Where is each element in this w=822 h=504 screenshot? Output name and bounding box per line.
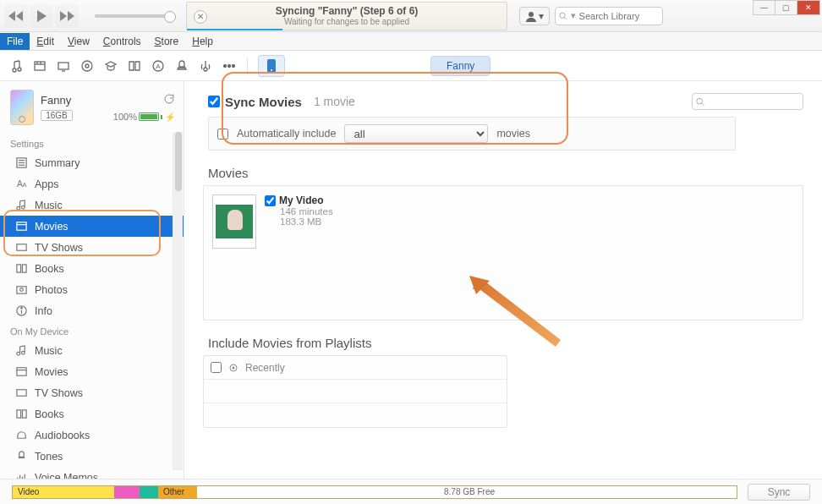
svg-rect-40: [17, 390, 26, 397]
storage-seg-other: Other: [158, 486, 197, 498]
sidebar-item-movies[interactable]: Movies: [0, 216, 184, 237]
sidebar-item-od-books[interactable]: Books: [0, 403, 184, 425]
auto-include-select[interactable]: all: [344, 124, 488, 143]
svg-point-19: [271, 69, 272, 71]
device-thumbnail-icon: [10, 90, 34, 125]
menu-edit[interactable]: Edit: [30, 33, 61, 50]
apps-icon[interactable]: A: [147, 55, 169, 77]
sync-button[interactable]: Sync: [748, 484, 810, 501]
device-button[interactable]: [258, 55, 285, 77]
svg-point-27: [22, 205, 25, 209]
volume-slider[interactable]: [95, 14, 171, 18]
svg-point-36: [17, 352, 20, 355]
window-maximize-button[interactable]: ▢: [775, 1, 797, 14]
music-icon[interactable]: [5, 55, 27, 77]
menu-help[interactable]: Help: [185, 33, 220, 50]
sync-status-subtitle: Waiting for changes to be applied: [284, 17, 409, 26]
battery-percent: 100%: [113, 112, 137, 122]
sidebar-item-od-tvshows[interactable]: TV Shows: [0, 382, 184, 403]
movies-search[interactable]: [692, 93, 803, 110]
movies-search-input[interactable]: [704, 96, 799, 107]
movie-duration: 146 minutes: [280, 206, 333, 216]
movie-title: My Video: [279, 194, 323, 206]
storage-meter: Video Other 8.78 GB Free: [12, 485, 737, 499]
itunesu-icon[interactable]: [100, 55, 122, 77]
svg-rect-38: [17, 368, 26, 375]
svg-point-16: [228, 64, 231, 67]
playlist-checkbox[interactable]: [211, 362, 222, 373]
movie-item-checkbox[interactable]: [265, 195, 276, 206]
menu-store[interactable]: Store: [148, 33, 186, 50]
sidebar-item-info[interactable]: Info: [0, 300, 184, 321]
sidebar-item-apps[interactable]: AAApps: [0, 173, 184, 194]
sidebar-item-od-music[interactable]: Music: [0, 340, 184, 361]
movies-heading: Movies: [208, 166, 803, 180]
sidebar-item-od-tones[interactable]: Tones: [0, 446, 184, 467]
tones-icon[interactable]: [171, 55, 193, 77]
svg-point-14: [204, 68, 207, 71]
sidebar-item-photos[interactable]: Photos: [0, 279, 184, 300]
sidebar-item-music[interactable]: Music: [0, 194, 184, 216]
menu-file[interactable]: File: [0, 33, 30, 50]
sharing-icon[interactable]: [195, 55, 216, 77]
search-icon: [696, 97, 704, 107]
window-close-button[interactable]: ✕: [797, 1, 819, 14]
sidebar-onmydevice-list: Music Movies TV Shows Books Audiobooks T…: [0, 340, 184, 479]
menu-controls[interactable]: Controls: [96, 33, 148, 50]
sidebar-item-books[interactable]: Books: [0, 258, 184, 279]
search-library[interactable]: ▾: [555, 7, 663, 25]
sync-progress-bar: [187, 29, 282, 30]
movie-item[interactable]: My Video 146 minutes 183.3 MB: [212, 194, 466, 249]
svg-point-35: [21, 307, 23, 309]
window-minimize-button[interactable]: —: [754, 1, 775, 14]
storage-bar: Video Other 8.78 GB Free Sync: [0, 479, 822, 504]
svg-point-26: [17, 206, 20, 210]
sidebar-item-tvshows[interactable]: TV Shows: [0, 237, 184, 258]
sidebar-scrollbar-thumb[interactable]: [175, 132, 182, 191]
sidebar-item-summary[interactable]: Summary: [0, 152, 184, 173]
gear-icon: [228, 363, 238, 373]
podcasts-icon[interactable]: [76, 55, 98, 77]
refresh-button[interactable]: [163, 93, 175, 107]
cancel-sync-button[interactable]: ✕: [194, 10, 207, 24]
svg-point-0: [529, 12, 534, 17]
sidebar-item-od-audiobooks[interactable]: Audiobooks: [0, 425, 184, 446]
storage-seg-video: Video: [13, 486, 114, 498]
sidebar-item-od-movies[interactable]: Movies: [0, 361, 184, 382]
playlist-row-empty: [204, 380, 507, 403]
tvshows-icon[interactable]: [52, 55, 74, 77]
next-button[interactable]: [55, 4, 79, 28]
main-content: Sync Movies 1 movie Automatically includ…: [184, 81, 822, 479]
menu-bar: File Edit View Controls Store Help: [0, 32, 822, 51]
sync-movies-title: Sync Movies: [225, 95, 302, 109]
search-library-input[interactable]: [579, 11, 659, 21]
media-type-strip: A Fanny: [0, 51, 822, 81]
charging-icon: ⚡: [165, 112, 175, 122]
sync-movies-checkbox[interactable]: [208, 96, 220, 107]
auto-include-checkbox[interactable]: [217, 129, 228, 140]
movies-list: My Video 146 minutes 183.3 MB: [203, 185, 803, 320]
window-controls: — ▢ ✕: [753, 0, 820, 15]
playlists-heading: Include Movies from Playlists: [208, 336, 803, 350]
previous-button[interactable]: [4, 4, 28, 28]
books-icon[interactable]: [123, 55, 145, 77]
play-button[interactable]: [30, 4, 53, 28]
playlists-list: Recently: [203, 355, 507, 428]
account-button[interactable]: ▾: [519, 7, 550, 25]
svg-rect-31: [17, 287, 26, 293]
more-icon[interactable]: [218, 55, 240, 77]
svg-rect-28: [17, 222, 26, 230]
svg-text:A: A: [156, 63, 161, 70]
svg-text:A: A: [22, 181, 26, 189]
sidebar-item-od-voicememos[interactable]: Voice Memos: [0, 467, 184, 479]
auto-include-row: Automatically include all movies: [208, 117, 736, 151]
playlist-row[interactable]: Recently: [204, 356, 507, 380]
device-header: Fanny 16GB 100% ⚡: [0, 81, 184, 134]
movies-icon[interactable]: [29, 55, 51, 77]
sidebar: Fanny 16GB 100% ⚡ Settings Summary AAApp…: [0, 81, 184, 479]
device-name: Fanny: [41, 94, 107, 107]
device-name-tab[interactable]: Fanny: [430, 56, 490, 76]
svg-rect-7: [58, 63, 68, 69]
svg-point-45: [697, 98, 703, 104]
menu-view[interactable]: View: [61, 33, 96, 50]
